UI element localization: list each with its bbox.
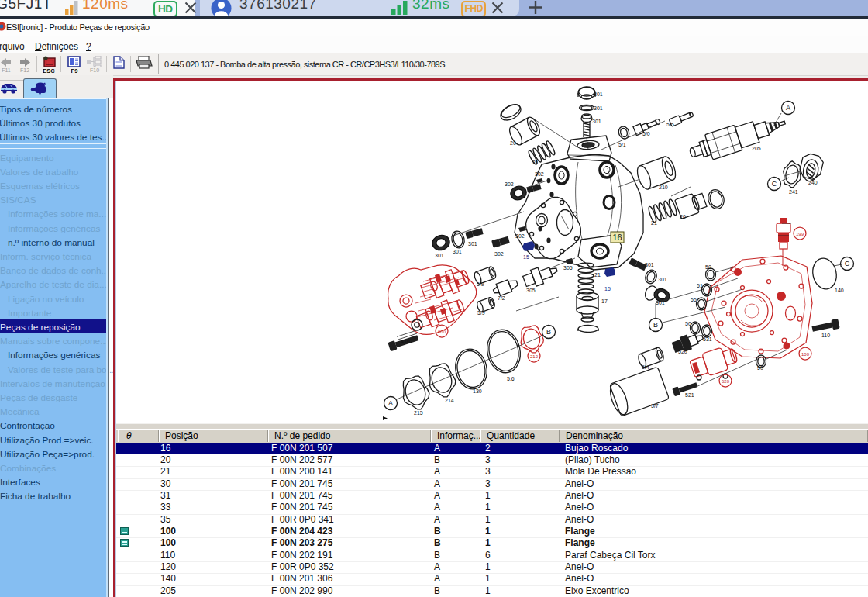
- svg-text:301: 301: [645, 262, 654, 267]
- svg-text:620: 620: [722, 379, 730, 384]
- svg-text:A: A: [388, 399, 393, 407]
- svg-text:600: 600: [438, 330, 446, 334]
- svg-text:5/4: 5/4: [642, 364, 649, 370]
- svg-text:301: 301: [592, 119, 601, 124]
- svg-text:7/2: 7/2: [498, 295, 505, 301]
- svg-text:5/9: 5/9: [477, 281, 484, 287]
- svg-text:520: 520: [678, 349, 687, 354]
- svg-text:5/0: 5/0: [642, 131, 650, 136]
- svg-text:B: B: [653, 321, 658, 329]
- svg-text:240: 240: [808, 180, 818, 185]
- svg-text:55: 55: [691, 297, 697, 302]
- svg-text:50: 50: [705, 264, 711, 270]
- svg-text:305: 305: [526, 288, 536, 293]
- svg-text:531: 531: [703, 336, 712, 342]
- svg-text:5/7: 5/7: [651, 403, 659, 409]
- svg-text:5/1: 5/1: [618, 142, 626, 147]
- svg-text:C: C: [772, 180, 777, 188]
- svg-text:C: C: [845, 260, 850, 267]
- svg-text:215: 215: [414, 410, 423, 416]
- svg-text:301: 301: [594, 91, 603, 97]
- svg-text:21: 21: [532, 160, 539, 165]
- svg-text:305: 305: [563, 265, 573, 271]
- svg-text:5/5: 5/5: [666, 122, 674, 127]
- svg-text:21: 21: [651, 220, 657, 226]
- svg-text:301: 301: [435, 253, 444, 258]
- svg-text:302: 302: [515, 233, 525, 239]
- svg-text:301: 301: [468, 241, 477, 247]
- svg-text:130: 130: [473, 388, 482, 394]
- svg-text:15: 15: [523, 254, 529, 260]
- svg-text:210: 210: [659, 185, 668, 190]
- svg-text:20: 20: [680, 214, 686, 219]
- svg-text:212: 212: [530, 354, 539, 359]
- svg-text:140: 140: [835, 288, 844, 293]
- svg-text:241: 241: [789, 189, 798, 195]
- svg-text:521: 521: [685, 392, 694, 398]
- svg-text:301: 301: [453, 249, 462, 254]
- svg-text:50: 50: [685, 321, 691, 326]
- svg-text:205: 205: [752, 146, 761, 151]
- svg-text:50: 50: [757, 365, 763, 371]
- svg-text:302: 302: [494, 251, 504, 257]
- svg-text:21: 21: [594, 272, 601, 278]
- svg-text:301: 301: [594, 105, 603, 111]
- svg-text:110: 110: [822, 333, 830, 338]
- svg-text:17: 17: [601, 298, 608, 304]
- svg-text:410: 410: [401, 339, 410, 344]
- svg-text:302: 302: [505, 181, 514, 187]
- svg-text:16: 16: [612, 233, 622, 242]
- svg-text:B: B: [546, 328, 551, 336]
- svg-text:301: 301: [658, 277, 667, 282]
- svg-text:100: 100: [801, 352, 810, 357]
- svg-text:5/9: 5/9: [477, 310, 485, 316]
- svg-text:51: 51: [697, 283, 703, 288]
- svg-text:199: 199: [796, 232, 804, 236]
- svg-text:15: 15: [604, 286, 611, 292]
- svg-text:5.6: 5.6: [507, 376, 515, 381]
- svg-text:214: 214: [445, 398, 454, 403]
- svg-text:302: 302: [535, 171, 544, 177]
- svg-text:A: A: [786, 104, 790, 112]
- svg-text:20: 20: [510, 140, 516, 146]
